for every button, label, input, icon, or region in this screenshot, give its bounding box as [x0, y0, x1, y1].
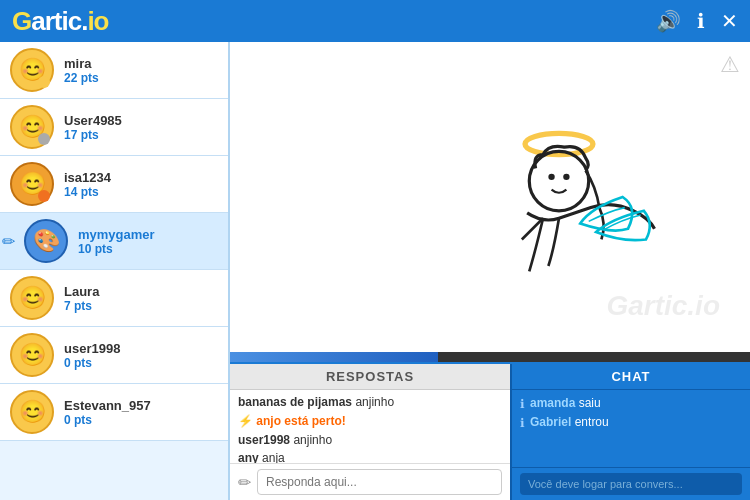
chat-input-row [512, 467, 750, 500]
list-item: ⚡ anjo está perto! [238, 413, 502, 430]
resp-text: anja [262, 451, 285, 463]
player-info: mira 22 pts [64, 56, 99, 85]
list-item: 😊 mira 22 pts [0, 42, 228, 99]
list-item: bananas de pijamas anjinho [238, 394, 502, 411]
list-item: 😊 Estevann_957 0 pts [0, 384, 228, 441]
info-circle-icon: ℹ [520, 416, 525, 430]
list-item: any anja [238, 450, 502, 463]
main-layout: 😊 mira 22 pts 😊 User4985 17 pts 😊 isa123 [0, 42, 750, 500]
player-info: User4985 17 pts [64, 113, 122, 142]
avatar: 😊 [10, 276, 54, 320]
pencil-icon: ✏ [238, 473, 251, 492]
chat-messages: ℹ amanda saiu ℹ Gabriel entrou [512, 390, 750, 467]
rank-badge [38, 190, 50, 202]
resp-text: anjinho [355, 395, 394, 409]
respostas-input-row: ✏ [230, 463, 510, 500]
player-info: mymygamer 10 pts [78, 227, 155, 256]
player-name: Estevann_957 [64, 398, 151, 413]
resp-username: anjo [256, 414, 281, 428]
player-pts: 7 pts [64, 299, 99, 313]
player-name: isa1234 [64, 170, 111, 185]
chat-panel: CHAT ℹ amanda saiu ℹ Gabriel entrou [510, 364, 750, 500]
chat-header: CHAT [512, 364, 750, 390]
sidebar: 😊 mira 22 pts 😊 User4985 17 pts 😊 isa123 [0, 42, 230, 500]
progress-bar-fill [230, 352, 438, 362]
rank-badge [38, 133, 50, 145]
player-pts: 0 pts [64, 413, 151, 427]
player-name: user1998 [64, 341, 120, 356]
canvas-bg: ⚠ [230, 42, 750, 352]
list-item: ℹ Gabriel entrou [520, 415, 742, 430]
chat-input[interactable] [520, 473, 742, 495]
avatar: 😊 [10, 48, 54, 92]
player-pts: 14 pts [64, 185, 111, 199]
resp-username: any [238, 451, 259, 463]
volume-icon[interactable]: 🔊 [656, 9, 681, 33]
player-info: Estevann_957 0 pts [64, 398, 151, 427]
list-item: ✏ 🎨 mymygamer 10 pts [0, 213, 228, 270]
resp-username: user1998 [238, 433, 290, 447]
resp-close-text: está perto! [284, 414, 345, 428]
info-circle-icon: ℹ [520, 397, 525, 411]
drawing-canvas[interactable] [230, 42, 750, 352]
player-name: mymygamer [78, 227, 155, 242]
header: Gartic.io 🔊 ℹ ✕ [0, 0, 750, 42]
header-icons: 🔊 ℹ ✕ [656, 9, 738, 33]
bottom-panels: RESPOSTAS bananas de pijamas anjinho ⚡ a… [230, 362, 750, 500]
avatar: 😊 [10, 105, 54, 149]
player-pts: 22 pts [64, 71, 99, 85]
avatar: 😊 [10, 333, 54, 377]
player-info: Laura 7 pts [64, 284, 99, 313]
avatar: 🎨 [24, 219, 68, 263]
resp-username: bananas de pijamas [238, 395, 352, 409]
svg-point-1 [529, 151, 588, 210]
list-item: 😊 Laura 7 pts [0, 270, 228, 327]
pencil-indicator-icon: ✏ [2, 232, 15, 251]
list-item: ℹ amanda saiu [520, 396, 742, 411]
canvas-container: ⚠ [230, 42, 750, 352]
player-pts: 17 pts [64, 128, 122, 142]
player-name: Laura [64, 284, 99, 299]
chat-username: Gabriel [530, 415, 571, 429]
list-item: user1998 anjinho [238, 432, 502, 449]
resp-text: anjinho [293, 433, 332, 447]
list-item: 😊 User4985 17 pts [0, 99, 228, 156]
rank-badge [38, 76, 50, 88]
player-info: isa1234 14 pts [64, 170, 111, 199]
chat-text: entrou [571, 415, 608, 429]
chat-text: saiu [575, 396, 600, 410]
player-name: mira [64, 56, 99, 71]
player-pts: 10 pts [78, 242, 155, 256]
list-item: 😊 isa1234 14 pts [0, 156, 228, 213]
player-pts: 0 pts [64, 356, 120, 370]
svg-point-2 [548, 174, 554, 180]
avatar: 😊 [10, 390, 54, 434]
respostas-messages: bananas de pijamas anjinho ⚡ anjo está p… [230, 390, 510, 463]
progress-bar [230, 352, 750, 362]
info-icon[interactable]: ℹ [697, 9, 705, 33]
respostas-panel: RESPOSTAS bananas de pijamas anjinho ⚡ a… [230, 364, 510, 500]
drawing-area: ⚠ [230, 42, 750, 362]
player-name: User4985 [64, 113, 122, 128]
svg-point-3 [563, 174, 569, 180]
respostas-input[interactable] [257, 469, 502, 495]
chat-username: amanda [530, 396, 575, 410]
respostas-header: RESPOSTAS [230, 364, 510, 390]
right-panel: ⚠ [230, 42, 750, 500]
list-item: 😊 user1998 0 pts [0, 327, 228, 384]
player-info: user1998 0 pts [64, 341, 120, 370]
avatar: 😊 [10, 162, 54, 206]
close-icon[interactable]: ✕ [721, 9, 738, 33]
flash-icon: ⚡ [238, 414, 256, 428]
logo: Gartic.io [12, 6, 109, 37]
